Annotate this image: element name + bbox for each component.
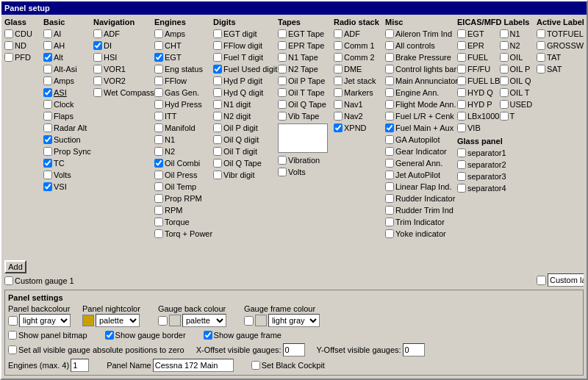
gp-sep4[interactable] xyxy=(457,184,466,193)
basic-alt[interactable] xyxy=(43,53,52,62)
eicas-oilq[interactable] xyxy=(500,76,509,85)
dig-oilqdigit[interactable] xyxy=(213,135,222,144)
basic-ai[interactable] xyxy=(43,29,52,38)
al-sat[interactable] xyxy=(537,65,545,74)
tape-vib[interactable] xyxy=(278,112,287,121)
nav-wetcompass[interactable] xyxy=(93,88,102,97)
misc-ruddertrim[interactable] xyxy=(385,206,394,215)
radio-xpnd[interactable] xyxy=(334,123,343,132)
basic-flaps[interactable] xyxy=(43,112,52,121)
misc-engineann[interactable] xyxy=(385,88,394,97)
radio-comm1[interactable] xyxy=(334,41,343,50)
dig-fueluseddigit[interactable] xyxy=(213,65,222,74)
radio-comm2[interactable] xyxy=(334,53,343,62)
eng-amps[interactable] xyxy=(154,29,163,38)
eng-hydpress[interactable] xyxy=(154,100,163,109)
misc-generalann[interactable] xyxy=(385,159,394,168)
dig-hydpdigit[interactable] xyxy=(213,76,222,85)
dig-vibrdigit[interactable] xyxy=(213,171,222,179)
tape-n1[interactable] xyxy=(278,53,287,62)
basic-propsync[interactable] xyxy=(43,147,52,156)
eng-cht[interactable] xyxy=(154,41,163,50)
basic-amps[interactable] xyxy=(43,76,52,85)
set-black-check[interactable] xyxy=(251,361,260,370)
tape-egt[interactable] xyxy=(278,29,287,38)
eicas-fuel[interactable] xyxy=(457,53,466,62)
eng-oilcombi[interactable] xyxy=(154,159,163,168)
eicas-hydq[interactable] xyxy=(457,88,466,97)
eicas-epr[interactable] xyxy=(457,41,466,50)
misc-gaautopilot[interactable] xyxy=(385,135,394,144)
misc-linearflap[interactable] xyxy=(385,182,394,191)
eicas-vib[interactable] xyxy=(457,123,466,132)
gauge-frame-check[interactable] xyxy=(244,316,254,326)
glass-pfd-check[interactable] xyxy=(4,53,13,62)
basic-ah[interactable] xyxy=(43,41,52,50)
dig-n1digit[interactable] xyxy=(213,100,222,109)
misc-brakepressure[interactable] xyxy=(385,53,394,62)
glass-add-button[interactable]: Add xyxy=(4,260,26,273)
misc-rudderindicator[interactable] xyxy=(385,194,394,203)
tape-vibration[interactable] xyxy=(278,156,287,165)
nav-di[interactable] xyxy=(93,41,102,50)
dig-fueltdigit[interactable] xyxy=(213,53,222,62)
dig-fflowdigit[interactable] xyxy=(213,41,222,50)
radio-adf[interactable] xyxy=(334,29,343,38)
backcolour-select[interactable]: light gray xyxy=(19,314,71,327)
eng-status[interactable] xyxy=(154,65,163,74)
eicas-hydp[interactable] xyxy=(457,100,466,109)
eng-n1[interactable] xyxy=(154,135,163,144)
eicas-oil[interactable] xyxy=(500,53,509,62)
tape-oilt[interactable] xyxy=(278,88,287,97)
tape-epr[interactable] xyxy=(278,41,287,50)
misc-jetautopilot[interactable] xyxy=(385,171,394,179)
eicas-n2[interactable] xyxy=(500,41,509,50)
misc-trim[interactable] xyxy=(385,218,394,226)
misc-mainann[interactable] xyxy=(385,76,394,85)
eng-oiltemp[interactable] xyxy=(154,182,163,191)
eicas-oilt[interactable] xyxy=(500,88,509,97)
tape-oilq[interactable] xyxy=(278,100,287,109)
custom-gauge-check[interactable] xyxy=(4,276,13,285)
dig-oiltdigit[interactable] xyxy=(213,147,222,156)
gauge-back-check[interactable] xyxy=(158,316,168,326)
show-gauge-frame-check[interactable] xyxy=(204,331,212,340)
eicas-egt[interactable] xyxy=(457,29,466,38)
eicas-fuellb[interactable] xyxy=(457,76,466,85)
gp-sep1[interactable] xyxy=(457,148,466,157)
eng-fflow[interactable] xyxy=(154,76,163,85)
misc-controllights[interactable] xyxy=(385,65,394,74)
dig-n2digit[interactable] xyxy=(213,112,222,121)
x-offset-input[interactable] xyxy=(283,343,305,356)
custom-label-check[interactable] xyxy=(537,276,546,285)
eng-manifold[interactable] xyxy=(154,123,163,132)
nav-adf[interactable] xyxy=(93,29,102,38)
y-offset-input[interactable] xyxy=(403,343,425,356)
eng-gasgen[interactable] xyxy=(154,88,163,97)
nav-hsi[interactable] xyxy=(93,53,102,62)
show-gauge-border-check[interactable] xyxy=(105,331,114,340)
misc-yoke[interactable] xyxy=(385,229,394,238)
basic-altasi[interactable] xyxy=(43,65,52,74)
tape-n2[interactable] xyxy=(278,65,287,74)
nightcolor-select[interactable]: palette xyxy=(96,314,140,327)
eicas-lbx1000[interactable] xyxy=(457,112,466,121)
misc-flightmode[interactable] xyxy=(385,100,394,109)
basic-vsi[interactable] xyxy=(43,182,52,191)
eng-n2[interactable] xyxy=(154,147,163,156)
misc-ailerontrim[interactable] xyxy=(385,29,394,38)
glass-cdu-check[interactable] xyxy=(4,29,13,38)
eicas-n1[interactable] xyxy=(500,29,509,38)
basic-asi[interactable] xyxy=(43,88,52,97)
nav-vor2[interactable] xyxy=(93,76,102,85)
radio-dme[interactable] xyxy=(334,65,343,74)
al-tat[interactable] xyxy=(537,53,545,62)
gp-sep3[interactable] xyxy=(457,172,466,181)
radio-nav1[interactable] xyxy=(334,100,343,109)
misc-fuelcenk[interactable] xyxy=(385,112,394,121)
tape-oilp[interactable] xyxy=(278,76,287,85)
eicas-oilp[interactable] xyxy=(500,65,509,74)
eng-itt[interactable] xyxy=(154,112,163,121)
eicas-used[interactable] xyxy=(500,100,509,109)
eng-rpm[interactable] xyxy=(154,206,163,215)
